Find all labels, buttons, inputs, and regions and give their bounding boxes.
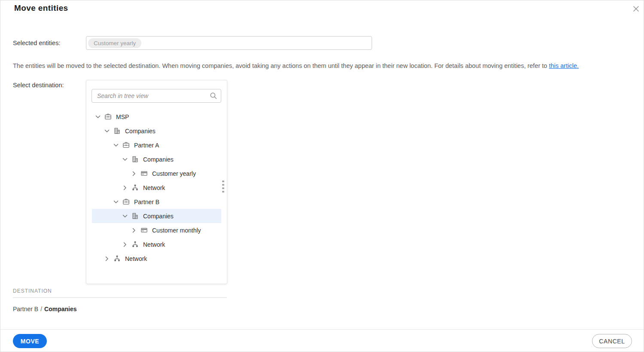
breadcrumb-separator: / [40, 306, 42, 312]
partner-icon [104, 113, 112, 120]
chevron-right-icon[interactable] [104, 255, 110, 262]
tree-search-wrap [92, 89, 221, 103]
tree-item-label: Customer yearly [152, 170, 196, 177]
tree-item[interactable]: Network [92, 251, 221, 266]
footer-divider [0, 329, 644, 330]
description-body: The entities will be moved to the select… [13, 62, 549, 69]
this-article-link[interactable]: this article. [549, 62, 579, 69]
tree-item[interactable]: Customer monthly [92, 223, 221, 237]
tree-item[interactable]: Companies [92, 152, 221, 166]
breadcrumb-parent: Partner B [13, 306, 38, 312]
chevron-down-icon[interactable] [113, 199, 119, 205]
chevron-down-icon[interactable] [122, 213, 128, 220]
customer-icon [140, 170, 148, 177]
tree-item-label: Companies [143, 156, 174, 163]
tree-item[interactable]: Partner B [92, 195, 221, 209]
breadcrumb: Partner B/Companies [13, 306, 77, 312]
network-icon [131, 184, 139, 191]
page-title: Move entities [14, 3, 68, 13]
chevron-right-icon[interactable] [131, 170, 137, 177]
breadcrumb-current: Companies [44, 306, 76, 312]
tree-item[interactable]: Network [92, 237, 221, 251]
tree-item-label: Network [143, 241, 165, 248]
network-icon [113, 255, 121, 262]
description-text: The entities will be moved to the select… [13, 62, 579, 69]
search-input[interactable] [92, 89, 221, 103]
customer-icon [140, 227, 148, 234]
network-icon [131, 241, 139, 248]
partner-icon [122, 141, 130, 149]
destination-tree-panel: MSP Companies Partner A Companies Cu [86, 80, 227, 284]
partner-icon [122, 198, 130, 205]
tree-item-label: MSP [116, 113, 129, 120]
tree-item-label: Customer monthly [152, 227, 201, 234]
chevron-down-icon[interactable] [122, 156, 128, 163]
entity-chip: Customer yearly [88, 38, 141, 48]
destination-divider [13, 297, 227, 298]
tree-item[interactable]: MSP [92, 110, 221, 124]
close-icon[interactable] [631, 4, 641, 13]
companies-icon [113, 127, 121, 135]
chevron-right-icon[interactable] [122, 241, 128, 248]
chevron-right-icon[interactable] [131, 227, 137, 234]
destination-heading: DESTINATION [13, 288, 52, 294]
tree-item[interactable]: Partner A [92, 138, 221, 152]
chevron-down-icon[interactable] [104, 128, 110, 135]
select-destination-label: Select destination: [13, 82, 64, 89]
tree-view: MSP Companies Partner A Companies Cu [92, 110, 221, 266]
companies-icon [131, 156, 139, 163]
tree-item-label: Companies [125, 128, 156, 135]
tree-item-label: Network [125, 255, 147, 262]
tree-item[interactable]: Companies [92, 209, 221, 223]
chevron-down-icon[interactable] [95, 113, 101, 120]
tree-item-label: Companies [143, 213, 174, 220]
selected-entities-input[interactable]: Customer yearly [86, 36, 372, 50]
selected-entities-label: Selected entities: [13, 40, 60, 46]
scrollbar-thumb-dots[interactable] [222, 181, 224, 193]
move-button[interactable]: MOVE [13, 334, 47, 348]
tree-item-label: Network [143, 184, 165, 191]
tree-item-label: Partner B [134, 199, 159, 205]
chevron-right-icon[interactable] [122, 184, 128, 191]
cancel-button[interactable]: CANCEL [592, 334, 632, 348]
tree-item-label: Partner A [134, 142, 159, 149]
tree-item[interactable]: Network [92, 181, 221, 195]
tree-item[interactable]: Customer yearly [92, 166, 221, 181]
tree-item[interactable]: Companies [92, 124, 221, 138]
companies-icon [131, 212, 139, 220]
chevron-down-icon[interactable] [113, 142, 119, 149]
